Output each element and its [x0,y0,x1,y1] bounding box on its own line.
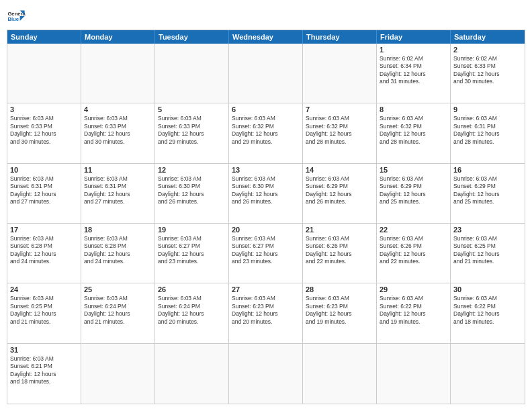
calendar-day-1: 1Sunrise: 6:02 AM Sunset: 6:34 PM Daylig… [377,44,451,103]
calendar-day-7: 7Sunrise: 6:03 AM Sunset: 6:32 PM Daylig… [303,103,377,163]
day-info: Sunrise: 6:03 AM Sunset: 6:30 PM Dayligh… [232,175,300,206]
calendar-day-empty [303,344,377,404]
day-number: 13 [232,166,300,174]
day-info: Sunrise: 6:03 AM Sunset: 6:32 PM Dayligh… [380,115,447,146]
day-info: Sunrise: 6:03 AM Sunset: 6:33 PM Dayligh… [158,115,226,146]
calendar-day-15: 15Sunrise: 6:03 AM Sunset: 6:29 PM Dayli… [377,164,451,224]
day-info: Sunrise: 6:03 AM Sunset: 6:29 PM Dayligh… [380,175,447,206]
day-number: 6 [232,105,300,113]
day-number: 17 [10,226,78,234]
day-header-monday: Monday [81,30,155,44]
day-number: 16 [453,166,522,174]
day-info: Sunrise: 6:03 AM Sunset: 6:32 PM Dayligh… [306,115,373,146]
day-header-sunday: Sunday [7,30,81,44]
day-info: Sunrise: 6:03 AM Sunset: 6:23 PM Dayligh… [232,295,300,326]
day-info: Sunrise: 6:03 AM Sunset: 6:33 PM Dayligh… [10,115,78,146]
calendar-day-empty [377,344,451,404]
day-number: 10 [10,166,78,174]
day-info: Sunrise: 6:03 AM Sunset: 6:31 PM Dayligh… [10,175,78,206]
day-number: 29 [380,285,447,293]
day-number: 20 [232,226,300,234]
calendar-day-empty [81,344,155,404]
day-info: Sunrise: 6:03 AM Sunset: 6:22 PM Dayligh… [453,295,522,326]
calendar-day-empty [451,344,525,404]
day-number: 14 [306,166,373,174]
calendar-day-19: 19Sunrise: 6:03 AM Sunset: 6:27 PM Dayli… [155,224,229,283]
day-number: 7 [306,105,373,113]
calendar-day-12: 12Sunrise: 6:03 AM Sunset: 6:30 PM Dayli… [155,164,229,224]
calendar-day-6: 6Sunrise: 6:03 AM Sunset: 6:32 PM Daylig… [229,103,303,163]
logo: General Blue [7,7,26,26]
calendar-day-17: 17Sunrise: 6:03 AM Sunset: 6:28 PM Dayli… [7,224,81,283]
day-number: 19 [158,226,226,234]
day-info: Sunrise: 6:03 AM Sunset: 6:26 PM Dayligh… [306,235,373,266]
calendar-day-9: 9Sunrise: 6:03 AM Sunset: 6:31 PM Daylig… [451,103,525,163]
day-info: Sunrise: 6:03 AM Sunset: 6:21 PM Dayligh… [10,355,78,386]
calendar-day-25: 25Sunrise: 6:03 AM Sunset: 6:24 PM Dayli… [81,283,155,343]
calendar-day-empty [303,44,377,103]
calendar-day-28: 28Sunrise: 6:03 AM Sunset: 6:23 PM Dayli… [303,283,377,343]
calendar-day-empty [155,344,229,404]
generalblue-logo-icon: General Blue [7,7,26,26]
day-number: 4 [84,105,152,113]
day-info: Sunrise: 6:03 AM Sunset: 6:29 PM Dayligh… [306,175,373,206]
day-number: 30 [453,285,522,293]
calendar-day-10: 10Sunrise: 6:03 AM Sunset: 6:31 PM Dayli… [7,164,81,224]
day-info: Sunrise: 6:03 AM Sunset: 6:32 PM Dayligh… [232,115,300,146]
day-number: 1 [380,46,447,54]
day-info: Sunrise: 6:03 AM Sunset: 6:24 PM Dayligh… [158,295,226,326]
calendar-day-8: 8Sunrise: 6:03 AM Sunset: 6:32 PM Daylig… [377,103,451,163]
calendar-day-4: 4Sunrise: 6:03 AM Sunset: 6:33 PM Daylig… [81,103,155,163]
day-number: 8 [380,105,447,113]
calendar-day-18: 18Sunrise: 6:03 AM Sunset: 6:28 PM Dayli… [81,224,155,283]
calendar-day-31: 31Sunrise: 6:03 AM Sunset: 6:21 PM Dayli… [7,344,81,404]
calendar-grid: 1Sunrise: 6:02 AM Sunset: 6:34 PM Daylig… [7,44,525,404]
day-headers: SundayMondayTuesdayWednesdayThursdayFrid… [7,30,525,44]
calendar-day-3: 3Sunrise: 6:03 AM Sunset: 6:33 PM Daylig… [7,103,81,163]
calendar-day-13: 13Sunrise: 6:03 AM Sunset: 6:30 PM Dayli… [229,164,303,224]
calendar-day-24: 24Sunrise: 6:03 AM Sunset: 6:25 PM Dayli… [7,283,81,343]
day-number: 11 [84,166,152,174]
day-info: Sunrise: 6:03 AM Sunset: 6:28 PM Dayligh… [84,235,152,266]
calendar-day-5: 5Sunrise: 6:03 AM Sunset: 6:33 PM Daylig… [155,103,229,163]
day-info: Sunrise: 6:03 AM Sunset: 6:29 PM Dayligh… [453,175,522,206]
header: General Blue [7,7,525,26]
day-header-thursday: Thursday [303,30,377,44]
day-info: Sunrise: 6:03 AM Sunset: 6:22 PM Dayligh… [380,295,447,326]
day-number: 25 [84,285,152,293]
day-info: Sunrise: 6:03 AM Sunset: 6:27 PM Dayligh… [158,235,226,266]
calendar-day-2: 2Sunrise: 6:02 AM Sunset: 6:33 PM Daylig… [451,44,525,103]
calendar-day-23: 23Sunrise: 6:03 AM Sunset: 6:25 PM Dayli… [451,224,525,283]
calendar-day-empty [155,44,229,103]
day-info: Sunrise: 6:03 AM Sunset: 6:28 PM Dayligh… [10,235,78,266]
calendar-day-29: 29Sunrise: 6:03 AM Sunset: 6:22 PM Dayli… [377,283,451,343]
day-info: Sunrise: 6:03 AM Sunset: 6:26 PM Dayligh… [380,235,447,266]
day-header-tuesday: Tuesday [155,30,229,44]
day-info: Sunrise: 6:02 AM Sunset: 6:33 PM Dayligh… [453,55,522,86]
day-number: 9 [453,105,522,113]
calendar: SundayMondayTuesdayWednesdayThursdayFrid… [7,30,525,404]
calendar-day-26: 26Sunrise: 6:03 AM Sunset: 6:24 PM Dayli… [155,283,229,343]
calendar-day-20: 20Sunrise: 6:03 AM Sunset: 6:27 PM Dayli… [229,224,303,283]
calendar-day-16: 16Sunrise: 6:03 AM Sunset: 6:29 PM Dayli… [451,164,525,224]
calendar-day-empty [229,344,303,404]
day-header-wednesday: Wednesday [229,30,303,44]
calendar-day-empty [229,44,303,103]
calendar-day-11: 11Sunrise: 6:03 AM Sunset: 6:31 PM Dayli… [81,164,155,224]
day-info: Sunrise: 6:03 AM Sunset: 6:23 PM Dayligh… [306,295,373,326]
day-number: 5 [158,105,226,113]
calendar-day-22: 22Sunrise: 6:03 AM Sunset: 6:26 PM Dayli… [377,224,451,283]
day-info: Sunrise: 6:03 AM Sunset: 6:33 PM Dayligh… [84,115,152,146]
day-number: 27 [232,285,300,293]
day-number: 24 [10,285,78,293]
day-info: Sunrise: 6:03 AM Sunset: 6:30 PM Dayligh… [158,175,226,206]
day-number: 3 [10,105,78,113]
day-number: 21 [306,226,373,234]
day-number: 26 [158,285,226,293]
day-number: 23 [453,226,522,234]
day-info: Sunrise: 6:03 AM Sunset: 6:24 PM Dayligh… [84,295,152,326]
day-number: 18 [84,226,152,234]
day-number: 22 [380,226,447,234]
day-number: 2 [453,46,522,54]
calendar-day-14: 14Sunrise: 6:03 AM Sunset: 6:29 PM Dayli… [303,164,377,224]
